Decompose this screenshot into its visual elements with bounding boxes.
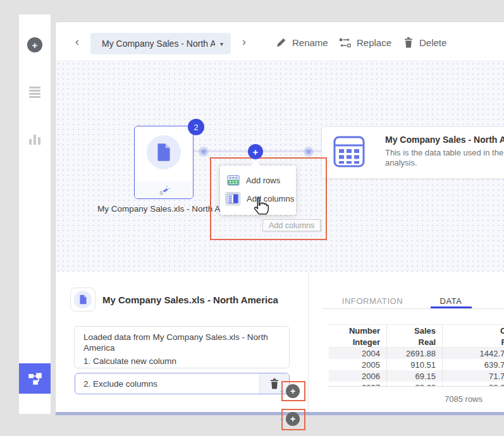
menu-item-add-rows[interactable]: Add rows (220, 171, 296, 190)
insert-step-button-1[interactable]: + (286, 384, 300, 398)
data-preview-table[interactable]: Number Sales Cost Integer Real Real 2004… (329, 324, 504, 387)
sidebar-item-data[interactable] (19, 85, 51, 99)
connector-endpoint-right (304, 147, 314, 157)
data-list-icon (29, 87, 40, 98)
insert-step-nub-1: ◂ (280, 388, 283, 394)
dataset-selector-dropdown[interactable]: My Company Sales - North Am... ▾ (90, 33, 231, 54)
steps-panel-title: My Company Sales.xls - North America (102, 294, 278, 305)
file-icon (74, 291, 92, 308)
data-table-node-title: My Company Sales - North America (385, 135, 504, 145)
document-icon (156, 143, 172, 162)
add-data-popup-menu: Add rows Add columns (220, 166, 296, 215)
chevron-down-icon: ▾ (220, 40, 223, 47)
insert-step-nub-2: ◂ (280, 416, 283, 422)
pencil-icon (276, 37, 286, 48)
loaded-data-text: Loaded data from My Company Sales.xls - … (83, 332, 280, 353)
source-step-card[interactable]: Loaded data from My Company Sales.xls - … (74, 326, 290, 368)
add-rows-label: Add rows (246, 176, 280, 185)
file-node-footer (135, 181, 193, 198)
plus-icon: + (27, 37, 42, 52)
column-name: Sales (387, 325, 443, 336)
table-row: 2005 910.51 639.7418 (329, 359, 504, 370)
column-type: Real (387, 336, 443, 348)
data-table-node-description: This is the data table used in the analy… (385, 148, 504, 168)
transformation-count-badge: 2 (188, 119, 204, 135)
previous-dataset-button[interactable]: ‹ (71, 35, 83, 48)
table-row: 2004 2691.88 1442.7185 (329, 348, 504, 359)
data-canvas-page: ‹ My Company Sales - North Am... ▾ › Ren… (56, 22, 504, 415)
dataset-selector-label: My Company Sales - North Am... (102, 39, 215, 49)
step-2-card-selected[interactable]: 2. Exclude columns (75, 373, 290, 394)
data-table-icon (333, 136, 365, 167)
table-row: 2007 33.62 23.6817 (329, 382, 504, 387)
sidebar-item-data-canvas-active[interactable] (19, 363, 51, 394)
step-2-label: 2. Exclude columns (75, 373, 259, 394)
rename-label: Rename (292, 37, 328, 48)
transformations-icon (158, 185, 170, 195)
trash-icon (403, 37, 414, 48)
file-node-circle (147, 135, 181, 169)
steps-panel-file-icon-box (70, 288, 95, 312)
step-1-label: 1. Calculate new column (83, 356, 280, 366)
next-dataset-button[interactable]: › (238, 35, 250, 48)
canvas-toolbar: ‹ My Company Sales - North Am... ▾ › Ren… (56, 22, 504, 61)
data-table-node[interactable]: My Company Sales - North America This is… (321, 126, 504, 179)
sidebar: + (19, 15, 51, 414)
delete-button[interactable]: Delete (403, 35, 446, 50)
row-count-label: 7085 rows (329, 394, 482, 404)
source-file-node[interactable] (134, 126, 194, 199)
tabs-divider-line (323, 308, 504, 309)
table-row: 2006 69.15 71.7186 (329, 370, 504, 382)
add-rows-icon (227, 175, 240, 186)
replace-icon (339, 37, 351, 48)
column-type: Integer (329, 336, 387, 348)
add-columns-tooltip: Add columns (262, 219, 321, 231)
data-canvas-icon (27, 370, 43, 387)
trash-icon (269, 378, 280, 389)
add-columns-label: Add columns (247, 194, 294, 203)
table-header-row: Number Sales Cost (329, 325, 504, 336)
menu-item-add-columns[interactable]: Add columns (220, 190, 296, 208)
delete-step-button[interactable] (259, 373, 289, 394)
table-type-row: Integer Real Real (329, 336, 504, 348)
add-columns-icon (225, 192, 240, 205)
sidebar-item-visualizations[interactable] (19, 132, 51, 145)
replace-button[interactable]: Replace (339, 35, 391, 50)
bottom-accent-bar (56, 412, 504, 415)
sidebar-add-button[interactable]: + (19, 37, 51, 52)
add-transformation-button[interactable]: + (248, 144, 263, 159)
tab-information[interactable]: INFORMATION (331, 293, 414, 309)
rename-button[interactable]: Rename (276, 35, 328, 50)
data-canvas[interactable]: + 2 My Company Sales.xls - North America (56, 61, 504, 272)
delete-label: Delete (419, 37, 446, 48)
panel-divider (308, 272, 309, 412)
column-type: Real (443, 336, 504, 348)
connector-endpoint-left (199, 147, 209, 157)
insert-step-button-2[interactable]: + (286, 412, 300, 426)
bar-chart-icon (29, 139, 32, 145)
column-name: Number (329, 325, 387, 336)
column-name: Cost (443, 325, 504, 336)
replace-label: Replace (357, 37, 391, 48)
